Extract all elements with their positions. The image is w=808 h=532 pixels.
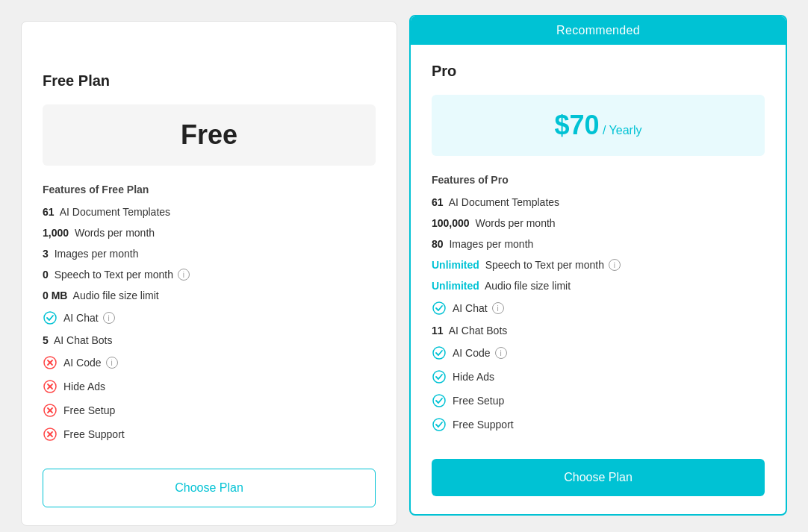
feature-row-8: Hide Ads bbox=[43, 379, 376, 394]
feature-num: 5 bbox=[43, 334, 49, 346]
svg-point-15 bbox=[433, 371, 445, 383]
cross-icon bbox=[43, 403, 58, 418]
feature-row-1: 100,000 Words per month bbox=[432, 217, 765, 229]
feature-row-6: 11 AI Chat Bots bbox=[432, 325, 765, 337]
feature-row-0: 61 AI Document Templates bbox=[43, 206, 376, 218]
feature-row-0: 61 AI Document Templates bbox=[432, 196, 765, 208]
plan-body: Pro $70 / Yearly Features of Pro61 AI Do… bbox=[411, 45, 786, 514]
plan-body: Free Plan Free Features of Free Plan61 A… bbox=[22, 54, 397, 525]
svg-point-16 bbox=[433, 395, 445, 407]
info-icon[interactable]: i bbox=[492, 302, 504, 314]
feature-row-9: Free Setup bbox=[43, 403, 376, 418]
feature-row-7: AI Codei bbox=[432, 345, 765, 360]
feature-text: AI Chat Bots bbox=[52, 334, 113, 346]
feature-row-10: Free Support bbox=[43, 427, 376, 442]
feature-num: 100,000 bbox=[432, 217, 470, 229]
feature-text: Free Support bbox=[63, 428, 125, 440]
feature-text: Audio file size limit bbox=[482, 280, 571, 292]
choose-plan-button-pro[interactable]: Choose Plan bbox=[432, 459, 765, 496]
feature-num: 11 bbox=[432, 325, 444, 337]
feature-text: Free Setup bbox=[63, 404, 115, 416]
feature-num: 61 bbox=[432, 196, 444, 208]
check-icon bbox=[43, 310, 58, 325]
spacer-top bbox=[22, 22, 397, 54]
cross-icon bbox=[43, 355, 58, 370]
price-box: Free bbox=[43, 104, 376, 166]
feature-text: Hide Ads bbox=[63, 381, 105, 392]
feature-row-4: 0 MB Audio file size limit bbox=[43, 290, 376, 301]
feature-text: Words per month bbox=[72, 227, 155, 239]
feature-row-2: 3 Images per month bbox=[43, 248, 376, 260]
check-icon bbox=[432, 369, 447, 384]
feature-text: Free Support bbox=[453, 419, 514, 431]
feature-text: Images per month bbox=[447, 238, 534, 250]
feature-row-9: Free Setup bbox=[432, 393, 765, 408]
feature-text: Images per month bbox=[52, 248, 139, 260]
feature-row-6: 5 AI Chat Bots bbox=[43, 334, 376, 346]
svg-point-14 bbox=[433, 347, 445, 359]
plans-container: Free Plan Free Features of Free Plan61 A… bbox=[15, 15, 793, 532]
feature-text: AI Code bbox=[453, 347, 491, 359]
feature-row-7: AI Codei bbox=[43, 355, 376, 370]
feature-text: Free Setup bbox=[453, 395, 504, 407]
info-icon[interactable]: i bbox=[178, 269, 190, 281]
feature-text: Speech to Text per month bbox=[482, 259, 604, 271]
feature-num: 61 bbox=[43, 206, 55, 218]
info-icon[interactable]: i bbox=[495, 347, 507, 359]
check-icon bbox=[432, 393, 447, 408]
feature-row-5: AI Chati bbox=[432, 301, 765, 316]
feature-text: AI Code bbox=[63, 357, 102, 369]
cross-icon bbox=[43, 379, 58, 394]
feature-row-10: Free Support bbox=[432, 417, 765, 432]
feature-num: 0 bbox=[43, 269, 49, 281]
plan-name: Free Plan bbox=[43, 72, 376, 90]
feature-num: 3 bbox=[43, 248, 49, 260]
feature-row-3: Unlimited Speech to Text per monthi bbox=[432, 259, 765, 271]
plan-card-free: Free Plan Free Features of Free Plan61 A… bbox=[21, 21, 397, 526]
feature-num: 0 MB bbox=[43, 290, 67, 301]
feature-text: Hide Ads bbox=[453, 371, 494, 383]
feature-row-8: Hide Ads bbox=[432, 369, 765, 384]
feature-row-2: 80 Images per month bbox=[432, 238, 765, 250]
feature-text: Audio file size limit bbox=[70, 290, 158, 301]
feature-text: AI Chat bbox=[453, 302, 488, 314]
feature-text: AI Chat Bots bbox=[447, 325, 508, 337]
feature-text: Speech to Text per month bbox=[52, 269, 173, 281]
features-heading: Features of Free Plan bbox=[43, 184, 376, 195]
price-period: / Yearly bbox=[603, 124, 641, 137]
feature-text: AI Document Templates bbox=[58, 206, 170, 218]
svg-point-17 bbox=[433, 419, 445, 431]
feature-num: Unlimited bbox=[432, 280, 479, 292]
check-icon bbox=[432, 417, 447, 432]
feature-text: AI Chat bbox=[63, 312, 99, 324]
choose-plan-button-free[interactable]: Choose Plan bbox=[43, 469, 376, 507]
plan-name: Pro bbox=[432, 63, 765, 80]
plan-card-pro: RecommendedPro $70 / Yearly Features of … bbox=[409, 15, 787, 516]
feature-text: AI Document Templates bbox=[447, 196, 559, 208]
feature-row-1: 1,000 Words per month bbox=[43, 227, 376, 239]
features-heading: Features of Pro bbox=[432, 174, 765, 186]
feature-num: 80 bbox=[432, 238, 444, 250]
recommended-banner: Recommended bbox=[411, 16, 786, 45]
feature-text: Words per month bbox=[473, 217, 556, 229]
feature-row-4: Unlimited Audio file size limit bbox=[432, 280, 765, 292]
cross-icon bbox=[43, 427, 58, 442]
feature-row-5: AI Chati bbox=[43, 310, 376, 325]
price-amount: $70 bbox=[554, 110, 599, 140]
price-free: Free bbox=[181, 119, 237, 150]
info-icon[interactable]: i bbox=[609, 259, 621, 271]
check-icon bbox=[432, 301, 447, 316]
feature-num: Unlimited bbox=[432, 259, 479, 271]
feature-row-3: 0 Speech to Text per monthi bbox=[43, 269, 376, 281]
check-icon bbox=[432, 345, 447, 360]
feature-num: 1,000 bbox=[43, 227, 69, 239]
svg-point-0 bbox=[44, 312, 56, 324]
svg-point-13 bbox=[433, 302, 445, 314]
info-icon[interactable]: i bbox=[106, 357, 118, 369]
price-box-pro: $70 / Yearly bbox=[432, 95, 765, 156]
info-icon[interactable]: i bbox=[103, 312, 115, 324]
